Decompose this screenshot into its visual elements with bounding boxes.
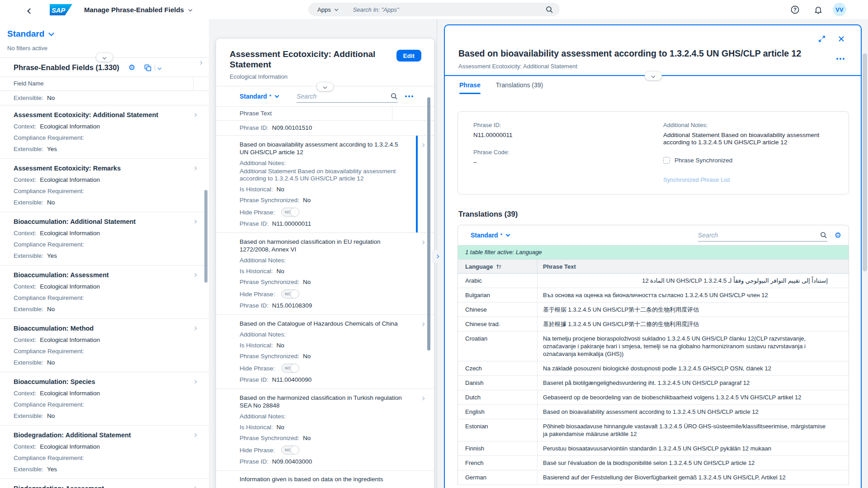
- phrase-row-partial[interactable]: Information given is based on data on th…: [216, 471, 434, 483]
- hide-phrase-toggle[interactable]: NO: [281, 289, 299, 298]
- field-context: Context:Ecological Information: [14, 443, 196, 450]
- field-list-item[interactable]: Biodegradation: Additional Statement Con…: [0, 426, 209, 479]
- translation-text: 基於根據 1.3.2.4.5 UN GHS/CLP第十二條的生物利用度評估: [538, 317, 849, 331]
- synchronized-phrase-list-link[interactable]: Synchronized Phrase List: [663, 176, 840, 183]
- field-list-item[interactable]: Biodegradation: Assessment Context: Comp…: [0, 479, 209, 488]
- translation-row[interactable]: Arabic إستناداً إلى تقييم التوافر البيول…: [458, 274, 849, 288]
- translations-toolbar: Standard* Search ⚙: [458, 225, 849, 245]
- chevron-right-icon: [193, 113, 197, 117]
- field-list-item[interactable]: Bioaccumulation: Species Context:Ecologi…: [0, 372, 209, 426]
- phrase-id-value: N11.00000011: [473, 132, 663, 139]
- column-header-language[interactable]: Language: [458, 260, 538, 273]
- field-extensible: Extensible:No: [14, 359, 196, 366]
- column-header-phrase-text[interactable]: Phrase Text: [538, 260, 849, 273]
- chevron-right-icon: [421, 322, 425, 326]
- translation-row[interactable]: German Basierend auf der Feststellung de…: [458, 470, 849, 485]
- translation-language: Bulgarian: [458, 288, 538, 302]
- field-name: Assessment Ecotoxicity: Additional State…: [14, 111, 158, 119]
- hide-phrase-toggle[interactable]: NO: [281, 445, 299, 455]
- user-avatar[interactable]: VV: [833, 3, 846, 16]
- save-variant-icon[interactable]: [144, 64, 151, 71]
- field-compliance: Compliance Requirement:: [14, 134, 196, 142]
- shell-search[interactable]: Apps Search In: "Apps": [308, 3, 560, 16]
- collapse-header-button[interactable]: [645, 71, 662, 81]
- filter-bar: Standard No filters active: [0, 19, 209, 58]
- translation-row[interactable]: French Basé sur l'évaluation de la biodi…: [458, 456, 849, 470]
- phrase-synchronized-checkbox[interactable]: [663, 157, 670, 164]
- translation-row[interactable]: Chinese 基于根据 1.3.2.4.5 UN GHS/CLP第十二条的生物…: [458, 303, 849, 317]
- chevron-right-icon: [193, 433, 197, 437]
- additional-notes-label: Additional Notes:: [663, 122, 840, 129]
- translation-text: Na základě posouzení biologické dostupno…: [538, 361, 849, 375]
- chevron-right-icon: [421, 143, 425, 147]
- search-icon[interactable]: [391, 93, 398, 100]
- field-list-item[interactable]: Assessment Ecotoxicity: Remarks Context:…: [0, 159, 209, 212]
- table-settings-gear-icon[interactable]: ⚙: [835, 232, 841, 239]
- chevron-down-icon: [334, 7, 338, 11]
- translation-row[interactable]: Estonian Põhineb biosaadavuse hinnangule…: [458, 419, 849, 441]
- tab-translations[interactable]: Translations (39): [496, 81, 543, 94]
- phrase-row[interactable]: Based on the Catalogue of Hazardous Chem…: [216, 315, 434, 389]
- phrase-row[interactable]: Based on the harmonized classification i…: [216, 389, 434, 471]
- translation-row[interactable]: Czech Na základě posouzení biologické do…: [458, 361, 849, 376]
- table-settings-gear-icon[interactable]: ⚙: [128, 64, 135, 71]
- phrase-list-panel: Assessment Ecotoxicity: Additional State…: [216, 39, 434, 488]
- overflow-menu-icon[interactable]: [405, 95, 413, 97]
- translation-row[interactable]: Dutch Gebaseerd op de beoordeling van de…: [458, 390, 849, 405]
- chevron-right-icon: [421, 241, 425, 244]
- column-header-field-name[interactable]: Field Name: [0, 76, 209, 91]
- page-scrollbar[interactable]: [862, 19, 868, 488]
- phrase-row[interactable]: Based on bioavailability assessment acco…: [216, 136, 434, 233]
- additional-notes-value: Additional Statement Based on bioavailab…: [663, 132, 840, 146]
- help-icon[interactable]: ?: [790, 5, 800, 14]
- app-title-menu[interactable]: Manage Phrase-Enabled Fields: [84, 6, 192, 14]
- svg-text:SAP: SAP: [52, 7, 66, 14]
- translation-text: Gebaseerd op de beoordeling van de biobe…: [538, 390, 849, 404]
- field-list-item[interactable]: Assessment Ecotoxicity: Additional State…: [0, 105, 209, 159]
- field-list-item[interactable]: Bioaccumulation: Method Context:Ecologic…: [0, 319, 209, 372]
- field-name: Bioaccumulation: Species: [14, 378, 95, 386]
- table-view-selector[interactable]: Standard*: [240, 93, 278, 100]
- translation-row[interactable]: English Based on bioavailability assessm…: [458, 405, 849, 419]
- expand-panel-chevron-icon[interactable]: [432, 250, 443, 263]
- phrase-list-scrollbar[interactable]: [427, 97, 430, 351]
- translation-text: Na temelju procjene bioraspoloživosti su…: [538, 332, 849, 361]
- search-icon[interactable]: [820, 232, 827, 239]
- translation-row[interactable]: Croatian Na temelju procjene bioraspolož…: [458, 332, 849, 361]
- table-view-selector[interactable]: Standard*: [471, 232, 509, 239]
- phrase-panel-subtitle: Ecological Information: [230, 73, 421, 80]
- partial-scrolled-row[interactable]: Phrase ID:N09.00101510: [216, 121, 434, 136]
- search-scope-select[interactable]: Apps: [317, 6, 338, 13]
- translation-row[interactable]: Danish Baseret på biotilgængelighedsvurd…: [458, 376, 849, 390]
- field-list-item[interactable]: Bioaccumulation: Assessment Context:Ecol…: [0, 265, 209, 319]
- field-list-item[interactable]: Bioaccumulation: Additional Statement Co…: [0, 212, 209, 265]
- hide-phrase-toggle[interactable]: NO: [281, 208, 299, 217]
- hide-phrase-toggle[interactable]: NO: [281, 364, 299, 373]
- field-context: Context:Ecological Information: [14, 123, 196, 130]
- collapse-header-button[interactable]: [96, 52, 113, 62]
- field-name: Assessment Ecotoxicity: Remarks: [14, 164, 121, 172]
- table-filter-info-bar[interactable]: 1 table filter active: Language: [458, 245, 849, 259]
- tab-phrase[interactable]: Phrase: [459, 81, 481, 94]
- phrase-row[interactable]: Based on harmonised classification in EU…: [216, 233, 434, 315]
- collapse-header-button[interactable]: [316, 82, 334, 91]
- scrollbar-thumb[interactable]: [863, 53, 867, 271]
- enter-fullscreen-icon[interactable]: [818, 35, 826, 43]
- phrase-search-input[interactable]: Search: [297, 90, 398, 103]
- translation-language: English: [458, 405, 538, 419]
- shell-bar: SAP Manage Phrase-Enabled Fields Apps Se…: [0, 0, 868, 19]
- notifications-bell-icon[interactable]: [813, 5, 823, 14]
- translations-search-input[interactable]: Search: [698, 229, 827, 242]
- close-icon[interactable]: [838, 35, 844, 43]
- translation-row[interactable]: Chinese trad. 基於根據 1.3.2.4.5 UN GHS/CLP第…: [458, 317, 849, 332]
- partial-scrolled-row[interactable]: Extensible:No: [0, 91, 209, 105]
- edit-button[interactable]: Edit: [396, 50, 422, 62]
- search-icon[interactable]: [546, 6, 553, 14]
- translation-row[interactable]: Finnish Perustuu biosaatavuusarviointiin…: [458, 441, 849, 456]
- translation-row[interactable]: Bulgarian Въз основа на оценка на бионал…: [458, 288, 849, 303]
- overflow-menu-icon[interactable]: [836, 58, 844, 60]
- view-selector[interactable]: Standard: [7, 29, 53, 39]
- variant-menu-chevron-icon[interactable]: [158, 66, 161, 69]
- back-icon[interactable]: [28, 7, 32, 15]
- left-panel-scrollbar[interactable]: [204, 190, 208, 283]
